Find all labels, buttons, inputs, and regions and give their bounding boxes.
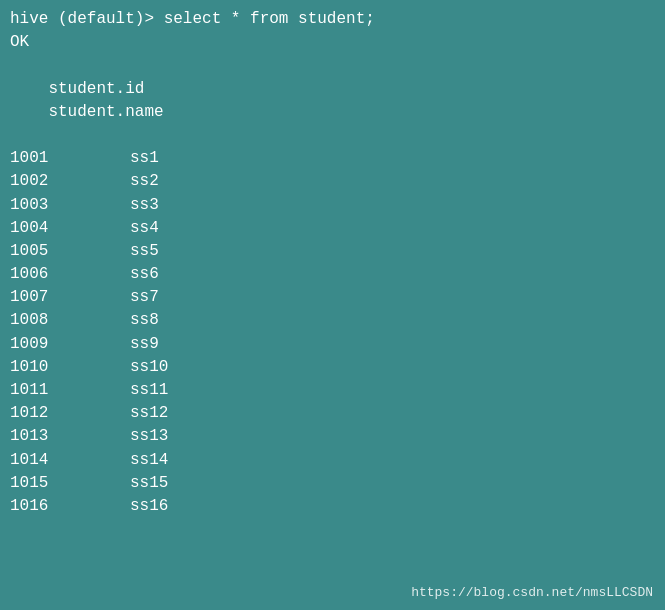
cell-name: ss4 xyxy=(130,217,159,240)
table-row: 1005ss5 xyxy=(10,240,655,263)
cell-id: 1011 xyxy=(10,379,130,402)
terminal-window: hive (default)> select * from student; O… xyxy=(0,0,665,610)
cell-name: ss2 xyxy=(130,170,159,193)
table-row: 1014ss14 xyxy=(10,449,655,472)
table-row: 1013ss13 xyxy=(10,425,655,448)
table-row: 1004ss4 xyxy=(10,217,655,240)
table-row: 1015ss15 xyxy=(10,472,655,495)
watermark: https://blog.csdn.net/nmsLLCSDN xyxy=(411,585,653,600)
cell-id: 1009 xyxy=(10,333,130,356)
header-id: student.id xyxy=(48,78,168,101)
cell-id: 1010 xyxy=(10,356,130,379)
cell-name: ss11 xyxy=(130,379,168,402)
table-row: 1002ss2 xyxy=(10,170,655,193)
cell-id: 1004 xyxy=(10,217,130,240)
cell-name: ss7 xyxy=(130,286,159,309)
cell-name: ss10 xyxy=(130,356,168,379)
table-row: 1008ss8 xyxy=(10,309,655,332)
table-row: 1003ss3 xyxy=(10,194,655,217)
cell-name: ss8 xyxy=(130,309,159,332)
cell-id: 1006 xyxy=(10,263,130,286)
cell-id: 1014 xyxy=(10,449,130,472)
table-row: 1016ss16 xyxy=(10,495,655,518)
table-row: 1012ss12 xyxy=(10,402,655,425)
table-row: 1007ss7 xyxy=(10,286,655,309)
cell-id: 1016 xyxy=(10,495,130,518)
ok-status: OK xyxy=(10,31,655,54)
cell-name: ss15 xyxy=(130,472,168,495)
cell-name: ss9 xyxy=(130,333,159,356)
cell-name: ss12 xyxy=(130,402,168,425)
table-row: 1010ss10 xyxy=(10,356,655,379)
cell-id: 1013 xyxy=(10,425,130,448)
cell-id: 1001 xyxy=(10,147,130,170)
cell-id: 1007 xyxy=(10,286,130,309)
cell-id: 1008 xyxy=(10,309,130,332)
cell-name: ss5 xyxy=(130,240,159,263)
cell-id: 1015 xyxy=(10,472,130,495)
table-row: 1006ss6 xyxy=(10,263,655,286)
cell-id: 1003 xyxy=(10,194,130,217)
cell-name: ss16 xyxy=(130,495,168,518)
table-row: 1011ss11 xyxy=(10,379,655,402)
table-rows: 1001ss11002ss21003ss31004ss41005ss51006s… xyxy=(10,147,655,518)
cell-name: ss6 xyxy=(130,263,159,286)
command-prompt: hive (default)> select * from student; xyxy=(10,8,655,31)
cell-name: ss1 xyxy=(130,147,159,170)
cell-name: ss3 xyxy=(130,194,159,217)
cell-name: ss14 xyxy=(130,449,168,472)
cell-id: 1005 xyxy=(10,240,130,263)
table-row: 1009ss9 xyxy=(10,333,655,356)
cell-name: ss13 xyxy=(130,425,168,448)
table-row: 1001ss1 xyxy=(10,147,655,170)
cell-id: 1012 xyxy=(10,402,130,425)
cell-id: 1002 xyxy=(10,170,130,193)
table-header: student.id student.name xyxy=(10,54,655,147)
header-name: student.name xyxy=(48,101,163,124)
